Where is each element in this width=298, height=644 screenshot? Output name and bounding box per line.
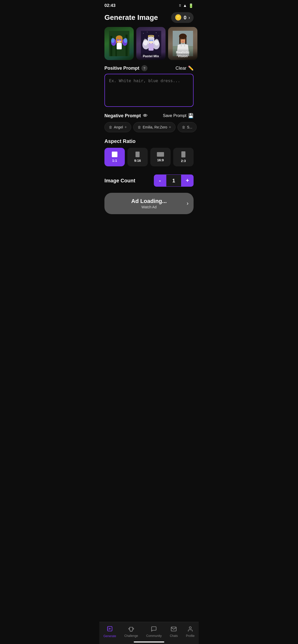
coin-amount: 0 [184, 15, 186, 21]
status-icons: ⠿ ▲ 🔋 [179, 3, 194, 8]
positive-prompt-input[interactable] [104, 74, 194, 107]
aspect-label-2-3: 2:3 [181, 159, 186, 163]
neg-tag-angel[interactable]: 🗑 Angel + [104, 122, 131, 132]
aspect-icon-9-16 [136, 152, 140, 157]
aspect-label-9-16: 9:16 [134, 159, 141, 163]
aspect-ratio-title: Aspect Ratio [104, 138, 194, 144]
aspect-btn-16-9[interactable]: 16:9 [150, 148, 171, 166]
bottom-nav: Generate Challenge Community [99, 622, 199, 644]
svg-point-31 [154, 39, 159, 46]
trash-icon-short: 🗑 [182, 125, 185, 129]
negative-prompt-label-group: Negative Prompt 👁 [104, 113, 147, 119]
svg-point-27 [151, 40, 153, 41]
svg-point-18 [156, 33, 156, 33]
nav-item-generate[interactable]: Generate [101, 625, 119, 639]
positive-prompt-label-group: Positive Prompt ? [104, 65, 147, 71]
negative-prompt-label: Negative Prompt [104, 113, 141, 119]
status-time: 02:43 [104, 3, 115, 8]
ad-loading-sub-label: Watch Ad [141, 205, 156, 209]
ad-loading-button[interactable]: Ad Loading... Watch Ad › [104, 193, 194, 214]
chats-icon [171, 626, 177, 633]
image-count-value: 1 [166, 174, 181, 187]
trash-icon-emilia: 🗑 [138, 125, 141, 129]
clear-label: Clear [175, 66, 186, 71]
image-count-label: Image Count [104, 178, 135, 184]
svg-point-26 [149, 40, 151, 41]
neg-tag-short-label: S... [187, 125, 192, 129]
nav-community-label: Community [146, 634, 162, 638]
aspect-ratio-section: Aspect Ratio 1:1 9:16 16:9 2:3 [99, 138, 199, 170]
status-bar: 02:43 ⠿ ▲ 🔋 [99, 0, 199, 10]
image-count-controls: - 1 + [154, 174, 194, 187]
image-count-plus-button[interactable]: + [181, 174, 194, 187]
coin-badge[interactable]: 🪙 0 › [171, 12, 194, 23]
profile-icon [187, 626, 193, 633]
signal-icon: ⠿ [179, 4, 181, 8]
svg-rect-32 [148, 43, 154, 51]
neg-tag-emilia[interactable]: 🗑 Emilia, Re:Zero + [133, 122, 175, 132]
aspect-icon-2-3 [181, 151, 185, 157]
generate-icon [107, 626, 113, 633]
svg-rect-44 [184, 43, 185, 47]
aspect-ratio-options: 1:1 9:16 16:9 2:3 [104, 148, 194, 166]
svg-point-42 [182, 41, 184, 42]
nav-item-profile[interactable]: Profile [183, 625, 197, 639]
negative-tags-container: 🗑 Angel + 🗑 Emilia, Re:Zero + 🗑 S... [99, 122, 199, 138]
help-icon[interactable]: ? [141, 65, 147, 71]
svg-point-8 [117, 39, 119, 41]
edit-icon: ✏️ [188, 65, 194, 71]
positive-prompt-header: Positive Prompt ? Clear ✏️ [99, 65, 199, 74]
neg-tag-short[interactable]: 🗑 S... [178, 122, 197, 132]
save-prompt-button[interactable]: Save Prompt 💾 [163, 113, 194, 119]
nav-profile-label: Profile [186, 634, 195, 638]
image-count-minus-button[interactable]: - [154, 174, 166, 187]
svg-rect-10 [117, 43, 122, 49]
pastel-mix-label: Pastel Mix [136, 52, 166, 60]
model-card-realistic[interactable]: RealisticVision [168, 27, 197, 60]
wifi-icon: ▲ [183, 3, 187, 8]
negative-prompt-header: Negative Prompt 👁 Save Prompt 💾 [99, 113, 199, 122]
nav-item-community[interactable]: Community [144, 625, 164, 639]
community-icon [151, 626, 157, 633]
aspect-btn-1-1[interactable]: 1:1 [104, 148, 125, 166]
svg-point-13 [111, 38, 115, 43]
svg-point-30 [143, 39, 148, 46]
svg-point-50 [189, 627, 191, 629]
image-count-section: Image Count - 1 + [99, 170, 199, 193]
ad-arrow-icon: › [187, 200, 188, 207]
save-prompt-label: Save Prompt [163, 113, 186, 118]
aspect-icon-1-1 [112, 152, 117, 157]
add-icon-angel: + [125, 125, 127, 129]
aspect-btn-2-3[interactable]: 2:3 [173, 148, 194, 166]
svg-rect-38 [185, 36, 186, 44]
eye-icon[interactable]: 👁 [143, 113, 147, 119]
page-title: Generate Image [104, 13, 158, 22]
nav-chats-label: Chats [170, 634, 178, 638]
nav-generate-label: Generate [103, 634, 116, 638]
positive-prompt-label: Positive Prompt [104, 66, 139, 71]
coin-arrow-icon: › [188, 15, 190, 20]
svg-point-20 [144, 38, 145, 39]
ad-loading-main-label: Ad Loading... [131, 198, 167, 204]
clear-button[interactable]: Clear ✏️ [175, 65, 194, 71]
svg-rect-37 [179, 36, 181, 44]
aspect-icon-16-9 [157, 152, 164, 157]
nav-challenge-label: Challenge [124, 634, 138, 638]
svg-point-40 [183, 38, 185, 39]
model-card-anime[interactable] [104, 27, 134, 60]
coin-icon: 🪙 [175, 14, 182, 21]
home-indicator [134, 641, 164, 642]
model-card-pastel[interactable]: Pastel Mix [136, 27, 166, 60]
add-icon-emilia: + [169, 125, 171, 129]
svg-point-14 [124, 38, 127, 43]
challenge-icon [128, 626, 134, 633]
svg-rect-43 [181, 43, 182, 47]
svg-point-9 [120, 39, 121, 41]
neg-tag-angel-label: Angel [114, 125, 123, 129]
nav-item-challenge[interactable]: Challenge [122, 625, 141, 639]
battery-icon: 🔋 [188, 3, 194, 8]
nav-item-chats[interactable]: Chats [167, 625, 180, 639]
save-icon: 💾 [188, 113, 194, 119]
aspect-btn-9-16[interactable]: 9:16 [127, 148, 148, 166]
svg-point-41 [182, 40, 183, 41]
